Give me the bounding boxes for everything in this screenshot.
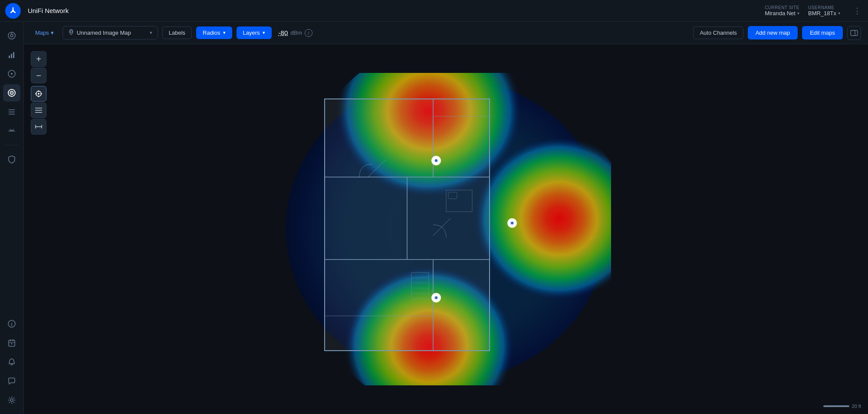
- maps-nav-button[interactable]: Maps ▾: [31, 27, 58, 39]
- sidebar: i: [0, 22, 24, 414]
- zoom-out-button[interactable]: −: [31, 68, 46, 83]
- zoom-in-button[interactable]: +: [31, 51, 46, 67]
- sidebar-item-notifications[interactable]: [3, 353, 20, 371]
- site-chevron-icon: ▾: [797, 11, 799, 16]
- sidebar-item-dashboard[interactable]: [3, 27, 20, 44]
- content-toolbar: Maps ▾ Unnamed Image Map ▾ Labels Radios: [24, 22, 868, 44]
- edit-maps-button[interactable]: Edit maps: [802, 26, 843, 39]
- radios-button[interactable]: Radios ▾: [196, 26, 232, 39]
- sidebar-item-topology[interactable]: [3, 65, 20, 82]
- scale-bar: [823, 405, 849, 407]
- more-options-icon[interactable]: ⋮: [852, 4, 863, 17]
- radios-chevron-icon: ▾: [223, 30, 226, 36]
- username-chevron-icon: ▾: [838, 11, 840, 16]
- sidebar-item-settings[interactable]: [3, 391, 20, 409]
- username-label: USERNAME: [808, 5, 835, 10]
- scale-label: 20 ft: [852, 404, 861, 409]
- labels-button[interactable]: Labels: [162, 26, 192, 39]
- sidebar-item-clients[interactable]: [3, 103, 20, 121]
- map-selector[interactable]: Unnamed Image Map ▾: [62, 26, 158, 39]
- maps-chevron-icon: ▾: [51, 30, 54, 36]
- svg-point-24: [70, 31, 72, 33]
- sidebar-item-devices[interactable]: [3, 122, 20, 140]
- scale-indicator: 20 ft: [823, 404, 861, 409]
- map-area[interactable]: + −: [24, 44, 868, 414]
- layers-button[interactable]: Layers ▾: [237, 26, 272, 39]
- sidebar-item-chat[interactable]: [3, 372, 20, 390]
- content-area: Maps ▾ Unnamed Image Map ▾ Labels Radios: [24, 22, 868, 414]
- svg-rect-6: [11, 54, 12, 58]
- dbm-unit: dBm: [290, 30, 302, 36]
- heatmap-svg: [281, 73, 611, 385]
- map-tool-list[interactable]: [31, 102, 46, 118]
- map-tool-crosshair[interactable]: [31, 86, 46, 102]
- svg-text:i: i: [11, 322, 12, 327]
- map-name: Unnamed Image Map: [77, 30, 147, 36]
- main-layout: i: [0, 22, 868, 414]
- sidebar-item-calendar[interactable]: [3, 334, 20, 352]
- svg-point-22: [11, 343, 13, 345]
- map-tool-measure[interactable]: [31, 119, 46, 135]
- svg-rect-7: [13, 52, 14, 58]
- svg-point-72: [435, 297, 437, 299]
- svg-point-23: [10, 399, 13, 401]
- dbm-area: -80 dBm i: [279, 29, 312, 37]
- dbm-value[interactable]: -80: [279, 29, 288, 36]
- dbm-info-icon[interactable]: i: [305, 29, 312, 37]
- svg-rect-25: [851, 30, 858, 36]
- svg-point-28: [38, 93, 39, 95]
- logo-button[interactable]: [5, 3, 21, 19]
- username-block[interactable]: USERNAME BMR_18Tx ▾: [808, 5, 840, 16]
- layers-chevron-icon: ▾: [263, 30, 265, 36]
- svg-point-12: [11, 92, 12, 93]
- sidebar-item-maps[interactable]: [3, 84, 20, 102]
- sidebar-item-security[interactable]: [3, 151, 20, 168]
- username-value[interactable]: BMR_18Tx ▾: [808, 10, 840, 16]
- sidebar-divider: [5, 145, 18, 145]
- svg-point-3: [10, 34, 13, 37]
- svg-rect-5: [9, 56, 10, 58]
- location-icon: [68, 29, 74, 36]
- topbar: UniFi Network CURRENT SITE Miranda Net ▾…: [0, 0, 868, 22]
- auto-channels-button[interactable]: Auto Channels: [693, 26, 743, 39]
- app-title: UniFi Network: [28, 7, 69, 14]
- map-selector-chevron-icon: ▾: [150, 30, 152, 36]
- site-value[interactable]: Miranda Net ▾: [765, 10, 799, 16]
- current-site-block[interactable]: CURRENT SITE Miranda Net ▾: [765, 5, 799, 16]
- sidebar-bottom: i: [3, 315, 20, 409]
- panel-toggle-button[interactable]: [847, 26, 861, 40]
- sidebar-item-stats[interactable]: [3, 46, 20, 63]
- heatmap-container: [281, 73, 611, 385]
- add-new-map-button[interactable]: Add new map: [748, 26, 798, 39]
- zoom-controls: + −: [31, 51, 46, 83]
- sidebar-item-info[interactable]: i: [3, 315, 20, 332]
- site-info: CURRENT SITE Miranda Net ▾ USERNAME BMR_…: [765, 5, 840, 16]
- svg-point-1: [12, 10, 14, 12]
- svg-point-68: [511, 223, 513, 224]
- svg-point-9: [11, 73, 13, 75]
- map-tools: [31, 86, 46, 135]
- site-label: CURRENT SITE: [765, 5, 799, 10]
- svg-point-64: [435, 160, 437, 161]
